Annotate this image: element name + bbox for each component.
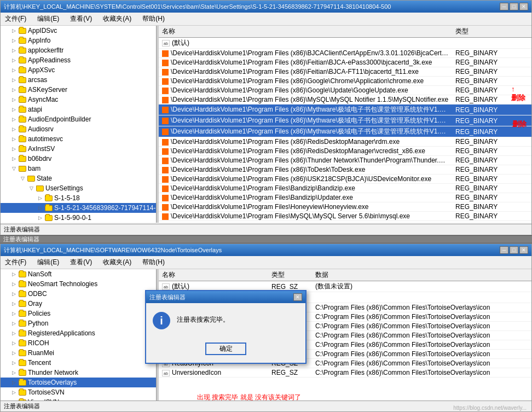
bottom-minimize-button[interactable]: ─: [500, 246, 508, 254]
table-row[interactable]: \Device\HarddiskVolume1\Program Files\My…: [159, 212, 531, 221]
bottom-tree-python[interactable]: ▷ Python: [1, 318, 156, 328]
bottom-maximize-button[interactable]: □: [510, 246, 518, 254]
tree-item-appinfo[interactable]: ▷ AppInfo: [1, 36, 156, 45]
toggle-state[interactable]: ▽: [18, 174, 27, 183]
toggle-usersettings[interactable]: ▽: [27, 184, 36, 193]
bottom-tree-neosmart[interactable]: ▷ NeoSmart Technologies: [1, 279, 156, 289]
toggle-ruanmei[interactable]: ▷: [9, 349, 18, 357]
col-header-name[interactable]: 名称: [159, 26, 452, 38]
toggle-arcsas[interactable]: ▷: [9, 76, 18, 84]
table-row[interactable]: \Device\HarddiskVolume1\Program Files (x…: [159, 95, 531, 105]
toggle-b06bdrv[interactable]: ▷: [9, 154, 18, 163]
bottom-menu-edit[interactable]: 编辑(E): [35, 257, 61, 268]
bottom-menu-favorites[interactable]: 收藏夹(A): [101, 257, 134, 268]
tree-item-axinstsv[interactable]: ▷ AxInstSV: [1, 144, 156, 154]
tree-item-autotimesvc[interactable]: ▷ autotimesvc: [1, 134, 156, 144]
close-button[interactable]: ✕: [519, 3, 528, 10]
toggle-askeyserver[interactable]: ▷: [9, 85, 18, 94]
bottom-tree-odbc[interactable]: ▷ ODBC: [1, 289, 156, 299]
toggle-neosmart[interactable]: ▷: [9, 280, 18, 288]
tree-item-atapi[interactable]: ▷ atapi: [1, 105, 156, 114]
table-row[interactable]: \Device\HarddiskVolume1\Program Files (x…: [159, 165, 531, 175]
menu-edit[interactable]: 编辑(E): [35, 14, 61, 24]
tree-item-arcsas[interactable]: ▷ arcsas: [1, 75, 156, 85]
tree-item-askeyserver[interactable]: ▷ ASKeyServer: [1, 85, 156, 95]
table-row[interactable]: \Device\HarddiskVolume1\Program Files (x…: [159, 175, 531, 184]
bottom-tree-tortoiseoverlays[interactable]: ▷ TortoiseOverlays: [1, 378, 156, 387]
table-row[interactable]: ab(默认): [159, 38, 531, 49]
toggle-appreadiness[interactable]: ▷: [9, 56, 18, 65]
bottom-col-header-type[interactable]: 类型: [268, 269, 312, 281]
bottom-tree-tortoisesvn[interactable]: ▷ TortoiseSVN: [1, 387, 156, 397]
table-row[interactable]: \Device\HarddiskVolume1\Program Files (x…: [159, 58, 531, 67]
toggle-registeredapps[interactable]: ▷: [9, 329, 18, 338]
bottom-close-button[interactable]: ✕: [519, 246, 528, 254]
table-row-selected-1[interactable]: \Device\HarddiskVolume1\Program Files (x…: [159, 105, 531, 115]
toggle-appidsvc[interactable]: ▷: [9, 26, 18, 35]
toggle-appxsvc[interactable]: ▷: [9, 66, 18, 74]
toggle-audiosrv[interactable]: ▷: [9, 125, 18, 134]
bottom-tree-ricoh[interactable]: ▷ RICOH: [1, 338, 156, 348]
toggle-python[interactable]: ▷: [9, 319, 18, 328]
toggle-thundernetwork[interactable]: ▷: [9, 368, 18, 377]
table-row[interactable]: \Device\HarddiskVolume1\Program Files (x…: [159, 77, 531, 86]
bottom-menu-view[interactable]: 查看(V): [68, 257, 94, 268]
tree-item-s-1-5-21[interactable]: ▷ S-1-5-21-3456839862-717947114-381C: [1, 203, 156, 213]
bottom-tree-ruanmei[interactable]: ▷ RuanMei: [1, 348, 156, 358]
bottom-tree-registeredapps[interactable]: ▷ RegisteredApplications: [1, 328, 156, 338]
bottom-tree-tencent[interactable]: ▷ Tencent: [1, 358, 156, 368]
table-row-selected-2[interactable]: \Device\HarddiskVolume1\Program Files (x…: [159, 115, 531, 126]
bottom-tree-thundernetwork[interactable]: ▷ Thunder Network: [1, 368, 156, 378]
menu-help[interactable]: 帮助(H): [140, 14, 167, 24]
toggle-atapi[interactable]: ▷: [9, 105, 18, 114]
tree-item-s-1-5-18[interactable]: ▷ S-1-5-18: [1, 193, 156, 203]
bottom-menu-file[interactable]: 文件(F): [3, 257, 28, 268]
bottom-col-header-name[interactable]: 名称: [159, 269, 268, 281]
menu-favorites[interactable]: 收藏夹(A): [101, 14, 134, 24]
table-row[interactable]: \Device\HarddiskVolume1\Program Files (x…: [159, 137, 531, 147]
toggle-audioendpointbuilder[interactable]: ▷: [9, 115, 18, 124]
tree-item-appxsvc[interactable]: ▷ AppXSvc: [1, 65, 156, 75]
bottom-tree-nansoft[interactable]: ▷ NanSoft: [1, 269, 156, 279]
tree-item-appreadiness[interactable]: ▷ AppReadiness: [1, 55, 156, 65]
toggle-tortoisesvn[interactable]: ▷: [9, 388, 18, 397]
top-tree-panel[interactable]: ▷ AppIDSvc ▷ AppInfo ▷ applockerfltr ▷ A…: [1, 26, 157, 223]
table-row[interactable]: \Device\HarddiskVolume1\Program Files (x…: [159, 156, 531, 165]
toggle-odbc[interactable]: ▷: [9, 289, 18, 298]
toggle-axinstsv[interactable]: ▷: [9, 144, 18, 153]
toggle-nansoft[interactable]: ▷: [9, 270, 18, 278]
table-row[interactable]: \Device\HarddiskVolume1\Program Files (x…: [159, 147, 531, 156]
col-header-type[interactable]: 类型: [452, 26, 531, 38]
tree-item-applockerfltr[interactable]: ▷ applockerfltr: [1, 45, 156, 55]
tree-item-appidsvc[interactable]: ▷ AppIDSvc: [1, 26, 156, 36]
minimize-button[interactable]: ─: [500, 3, 508, 10]
menu-file[interactable]: 文件(F): [3, 14, 28, 24]
table-row[interactable]: abUnversionedIcon REG_SZ C:\Program File…: [159, 368, 531, 378]
tree-item-audiosrv[interactable]: ▷ Audiosrv: [1, 124, 156, 134]
bottom-col-header-data[interactable]: 数据: [312, 269, 531, 281]
bottom-menu-help[interactable]: 帮助(H): [140, 257, 167, 268]
menu-view[interactable]: 查看(V): [68, 14, 94, 24]
tree-item-audioendpointbuilder[interactable]: ▷ AudioEndpointBuilder: [1, 114, 156, 124]
dialog-ok-button[interactable]: 确定: [205, 343, 246, 355]
bottom-tree-policies[interactable]: ▷ Policies: [1, 309, 156, 318]
table-row[interactable]: \Device\HarddiskVolume1\Program Files (x…: [159, 86, 531, 95]
toggle-appinfo[interactable]: ▷: [9, 36, 18, 45]
table-row[interactable]: \Device\HarddiskVolume1\Program Files (x…: [159, 49, 531, 58]
toggle-tencent[interactable]: ▷: [9, 358, 18, 367]
tree-item-s-1-5-90[interactable]: ▷ S-1-5-90-0-1: [1, 213, 156, 223]
toggle-asyncmac[interactable]: ▷: [9, 95, 18, 104]
toggle-oray[interactable]: ▷: [9, 299, 18, 308]
table-row-selected-3[interactable]: \Device\HarddiskVolume1\Program Files (x…: [159, 126, 531, 137]
toggle-s-1-5-21[interactable]: ▷: [36, 204, 44, 212]
tree-item-asyncmac[interactable]: ▷ AsyncMac: [1, 95, 156, 105]
tree-item-state[interactable]: ▽ State: [1, 173, 156, 183]
tree-item-b06bdrv[interactable]: ▷ b06bdrv: [1, 154, 156, 164]
maximize-button[interactable]: □: [510, 3, 518, 10]
bottom-tree-panel[interactable]: ▷ NanSoft ▷ NeoSmart Technologies ▷ ODBC…: [1, 269, 157, 401]
table-row[interactable]: \Device\HarddiskVolume1\Program Files\Ho…: [159, 202, 531, 212]
table-row[interactable]: \Device\HarddiskVolume1\Program Files\Ty…: [159, 221, 531, 223]
dialog-close-button[interactable]: ✕: [293, 293, 302, 301]
table-row[interactable]: \Device\HarddiskVolume1\Program Files\Ba…: [159, 184, 531, 193]
toggle-s-1-5-90[interactable]: ▷: [36, 213, 44, 222]
